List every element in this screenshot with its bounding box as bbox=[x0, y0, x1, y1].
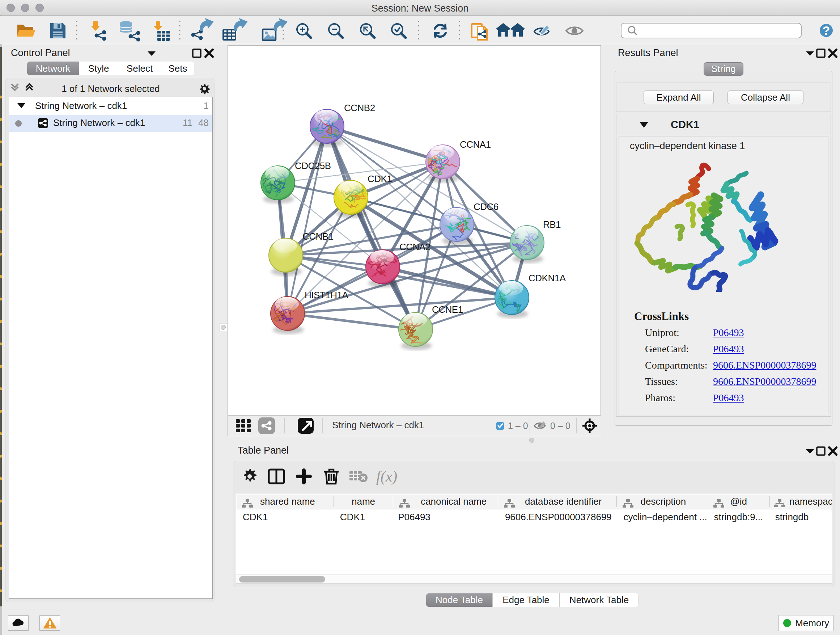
svg-text:0 – 0: 0 – 0 bbox=[550, 421, 570, 431]
svg-text:CCNB2: CCNB2 bbox=[344, 103, 375, 113]
svg-text:HIST1H1A: HIST1H1A bbox=[305, 290, 348, 301]
svg-text:1 – 0: 1 – 0 bbox=[508, 421, 528, 431]
svg-text:CCNB1: CCNB1 bbox=[302, 231, 333, 242]
svg-text:CCNA2: CCNA2 bbox=[399, 241, 431, 252]
svg-text:CDK1: CDK1 bbox=[368, 173, 392, 184]
svg-text:CDC6: CDC6 bbox=[474, 201, 499, 212]
svg-text:CCNA1: CCNA1 bbox=[460, 139, 491, 150]
svg-text:CDKN1A: CDKN1A bbox=[529, 272, 566, 283]
svg-text:f(x): f(x) bbox=[376, 468, 397, 485]
svg-text:CCNE1: CCNE1 bbox=[432, 304, 463, 315]
svg-text:CDC25B: CDC25B bbox=[295, 160, 331, 171]
svg-text:?: ? bbox=[823, 24, 830, 37]
svg-text:RB1: RB1 bbox=[543, 219, 561, 230]
